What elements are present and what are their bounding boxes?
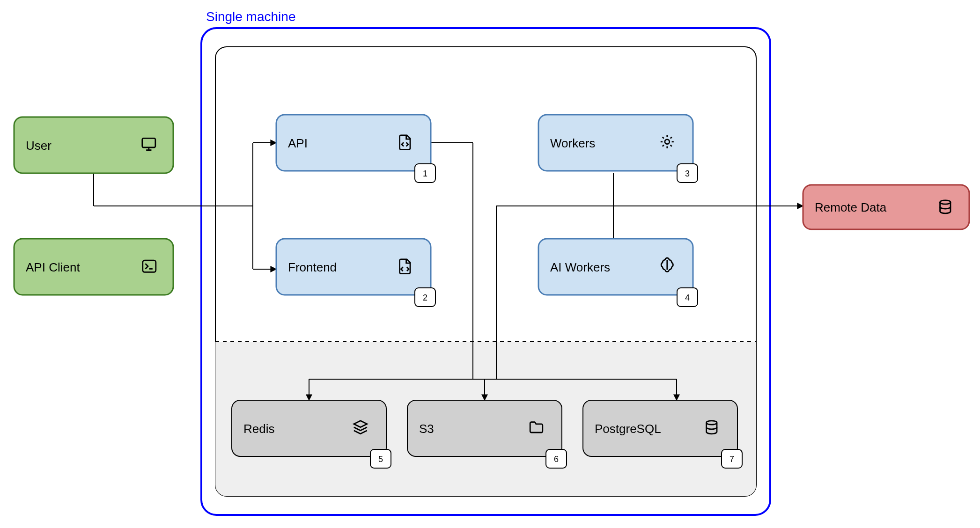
node-postgresql-label: PostgreSQL <box>595 422 661 436</box>
node-frontend-label: Frontend <box>288 260 337 274</box>
node-s3-label: S3 <box>419 422 434 436</box>
node-redis-label: Redis <box>243 422 274 436</box>
node-api-client: API Client <box>14 239 173 295</box>
node-workers: Workers 3 <box>538 115 698 183</box>
node-s3-badge: 6 <box>554 455 559 464</box>
node-workers-label: Workers <box>550 136 595 150</box>
node-postgresql-badge: 7 <box>729 455 734 464</box>
node-user: User <box>14 117 173 173</box>
node-user-label: User <box>26 139 52 153</box>
node-api-badge: 1 <box>423 169 427 178</box>
node-frontend: Frontend 2 <box>276 239 435 307</box>
node-api-client-label: API Client <box>26 260 80 274</box>
node-remote-data-label: Remote Data <box>815 200 887 214</box>
node-redis-badge: 5 <box>378 455 383 464</box>
node-workers-badge: 3 <box>685 169 690 178</box>
node-remote-data: Remote Data <box>803 185 969 229</box>
node-api-label: API <box>288 136 308 150</box>
container-title: Single machine <box>206 9 295 24</box>
node-frontend-badge: 2 <box>423 293 427 302</box>
architecture-diagram: Single machine User API Client API <box>0 0 980 528</box>
node-ai-workers-label: AI Workers <box>550 260 610 274</box>
node-ai-workers: AI Workers 4 <box>538 239 698 307</box>
node-api: API 1 <box>276 115 435 183</box>
node-ai-workers-badge: 4 <box>685 293 690 302</box>
